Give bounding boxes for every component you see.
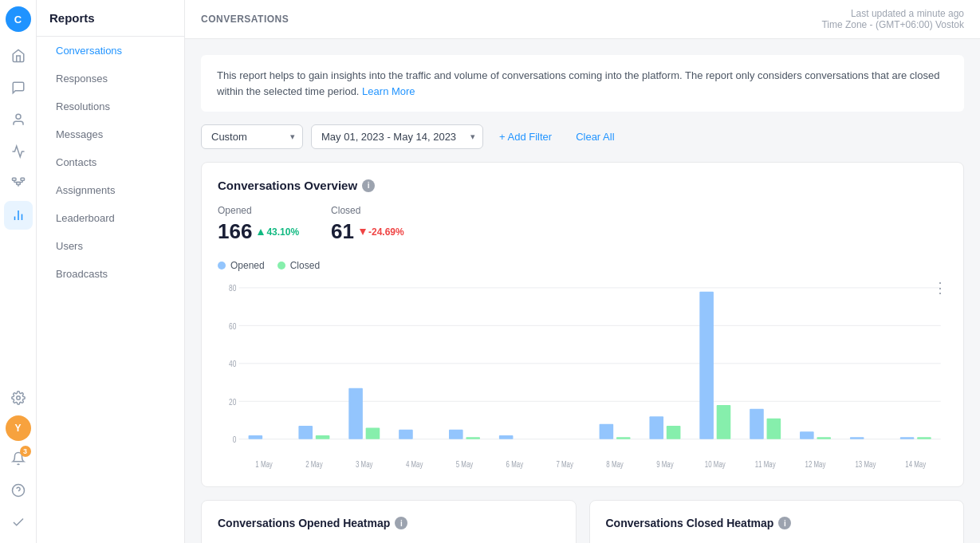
svg-rect-52 bbox=[767, 419, 781, 439]
svg-rect-36 bbox=[449, 430, 463, 439]
overview-card: Conversations Overview i Opened 166 43.1… bbox=[201, 162, 964, 487]
filter-bar: Custom Last 7 days Last 30 days Last 3 m… bbox=[201, 124, 964, 149]
svg-rect-39 bbox=[499, 435, 514, 439]
campaigns-icon[interactable] bbox=[4, 137, 33, 166]
opened-stat: Opened 166 43.10% bbox=[218, 205, 299, 244]
settings-icon[interactable] bbox=[4, 384, 33, 412]
svg-rect-57 bbox=[850, 437, 864, 439]
svg-text:12 May: 12 May bbox=[805, 460, 826, 469]
last-updated: Last updated a minute ago Time Zone - (G… bbox=[821, 8, 964, 30]
svg-rect-37 bbox=[466, 437, 480, 439]
top-bar: CONVERSATIONS Last updated a minute ago … bbox=[185, 0, 980, 39]
user-avatar[interactable]: Y bbox=[6, 415, 31, 441]
opened-change: 43.10% bbox=[257, 226, 299, 238]
svg-text:4 May: 4 May bbox=[406, 460, 423, 469]
clear-all-button[interactable]: Clear All bbox=[568, 125, 622, 148]
add-filter-button[interactable]: + Add Filter bbox=[491, 125, 560, 148]
sidebar-item-contacts[interactable]: Contacts bbox=[43, 150, 178, 175]
overview-title: Conversations Overview i bbox=[218, 179, 947, 192]
svg-text:14 May: 14 May bbox=[905, 460, 926, 469]
chart-legend: Opened Closed bbox=[218, 260, 947, 271]
date-range-dropdown-wrapper: May 01, 2023 - May 14, 2023 ▾ bbox=[311, 124, 483, 149]
description-text: This report helps to gain insights into … bbox=[217, 69, 939, 97]
legend-closed: Closed bbox=[277, 260, 320, 271]
sidebar-item-messages[interactable]: Messages bbox=[43, 122, 178, 147]
notification-wrapper: 3 bbox=[4, 444, 33, 473]
closed-heatmap-title: Conversations Closed Heatmap i bbox=[606, 517, 948, 529]
svg-text:1 May: 1 May bbox=[255, 460, 273, 469]
help-icon[interactable] bbox=[4, 476, 33, 505]
sidebar-title: Reports bbox=[37, 0, 184, 37]
svg-text:7 May: 7 May bbox=[556, 460, 573, 469]
period-dropdown-wrapper: Custom Last 7 days Last 30 days Last 3 m… bbox=[201, 124, 303, 149]
opened-heatmap-title: Conversations Opened Heatmap i bbox=[218, 517, 560, 529]
closed-label: Closed bbox=[331, 205, 404, 216]
checkmark-icon[interactable] bbox=[4, 508, 33, 537]
learn-more-link[interactable]: Learn More bbox=[362, 85, 415, 97]
org-icon[interactable] bbox=[4, 169, 33, 198]
notification-badge: 3 bbox=[20, 446, 31, 457]
svg-text:40: 40 bbox=[229, 359, 237, 368]
overview-info-icon[interactable]: i bbox=[362, 179, 375, 192]
svg-text:9 May: 9 May bbox=[656, 460, 674, 469]
svg-text:10 May: 10 May bbox=[705, 460, 726, 469]
date-range-select[interactable]: May 01, 2023 - May 14, 2023 bbox=[311, 124, 483, 149]
svg-rect-1 bbox=[12, 178, 16, 180]
svg-rect-55 bbox=[817, 437, 831, 439]
sidebar-item-assignments[interactable]: Assignments bbox=[43, 178, 178, 203]
svg-text:3 May: 3 May bbox=[356, 460, 373, 469]
contacts-icon[interactable] bbox=[4, 105, 33, 134]
nav-sidebar: Reports Conversations Responses Resoluti… bbox=[37, 0, 185, 543]
sidebar-item-broadcasts[interactable]: Broadcasts bbox=[43, 262, 178, 286]
svg-rect-32 bbox=[366, 427, 380, 439]
sidebar-item-leaderboard[interactable]: Leaderboard bbox=[43, 206, 178, 230]
home-icon[interactable] bbox=[4, 41, 33, 70]
sidebar-item-responses[interactable]: Responses bbox=[43, 66, 178, 91]
svg-point-11 bbox=[16, 396, 20, 400]
closed-heatmap-info-icon[interactable]: i bbox=[778, 517, 791, 529]
main-content: CONVERSATIONS Last updated a minute ago … bbox=[185, 0, 980, 543]
legend-closed-dot bbox=[277, 262, 285, 270]
svg-rect-31 bbox=[348, 388, 363, 439]
svg-text:8 May: 8 May bbox=[606, 460, 624, 469]
svg-text:0: 0 bbox=[233, 435, 237, 444]
svg-rect-42 bbox=[600, 424, 614, 439]
icon-sidebar: C Y 3 bbox=[0, 0, 37, 543]
sidebar-item-resolutions[interactable]: Resolutions bbox=[43, 94, 178, 119]
svg-rect-54 bbox=[800, 431, 814, 439]
closed-value: 61 -24.69% bbox=[331, 219, 404, 244]
svg-rect-45 bbox=[649, 416, 663, 439]
svg-point-0 bbox=[16, 114, 21, 119]
period-select[interactable]: Custom Last 7 days Last 30 days Last 3 m… bbox=[201, 124, 303, 149]
svg-rect-49 bbox=[717, 405, 731, 439]
svg-rect-59 bbox=[900, 437, 915, 439]
svg-rect-26 bbox=[249, 435, 263, 439]
sidebar-item-users[interactable]: Users bbox=[43, 234, 178, 258]
closed-heatmap-card: Conversations Closed Heatmap i bbox=[589, 500, 965, 543]
svg-rect-60 bbox=[917, 437, 931, 439]
svg-text:20: 20 bbox=[229, 397, 237, 407]
svg-text:2 May: 2 May bbox=[305, 460, 323, 469]
stats-row: Opened 166 43.10% Closed 61 bbox=[218, 205, 947, 244]
description-bar: This report helps to gain insights into … bbox=[201, 55, 964, 112]
legend-opened-dot bbox=[218, 262, 226, 270]
svg-rect-34 bbox=[399, 430, 413, 439]
reports-icon[interactable] bbox=[4, 201, 33, 230]
sidebar-item-conversations[interactable]: Conversations bbox=[43, 38, 178, 63]
svg-marker-15 bbox=[360, 229, 366, 235]
svg-text:13 May: 13 May bbox=[855, 460, 876, 469]
svg-text:11 May: 11 May bbox=[755, 460, 776, 469]
svg-rect-29 bbox=[316, 435, 330, 439]
opened-heatmap-info-icon[interactable]: i bbox=[395, 517, 407, 529]
chart-more-button[interactable]: ⋮ bbox=[933, 279, 947, 297]
conversation-icon[interactable] bbox=[4, 73, 33, 102]
svg-rect-46 bbox=[667, 426, 681, 439]
bar-chart: 0204060801 May2 May3 May4 May5 May6 May7… bbox=[218, 279, 947, 470]
legend-opened: Opened bbox=[218, 260, 265, 271]
svg-marker-14 bbox=[258, 229, 264, 235]
closed-stat: Closed 61 -24.69% bbox=[331, 205, 404, 244]
heatmap-row: Conversations Opened Heatmap i Conversat… bbox=[201, 500, 964, 543]
app-avatar[interactable]: C bbox=[6, 6, 31, 32]
svg-text:60: 60 bbox=[229, 321, 237, 331]
svg-rect-48 bbox=[699, 292, 714, 439]
